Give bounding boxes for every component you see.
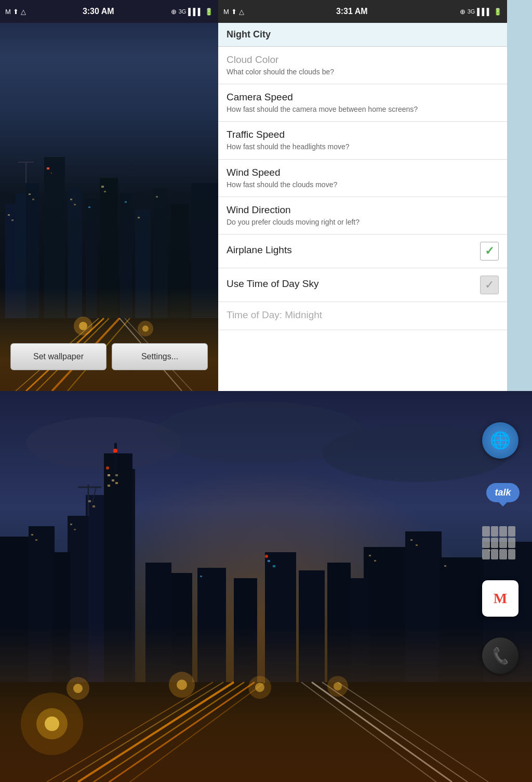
talk-bubble: talk <box>486 483 519 502</box>
use-time-sky-title: Use Time of Day Sky <box>227 278 480 290</box>
settings-list: Cloud Color What color should the clouds… <box>218 47 507 391</box>
wind-speed-title: Wind Speed <box>227 167 499 178</box>
set-wallpaper-button[interactable]: Set wallpaper <box>10 343 107 370</box>
key-cell <box>508 538 516 548</box>
key-cell <box>508 549 516 559</box>
svg-rect-80 <box>35 539 37 541</box>
keyboard-grid <box>482 526 515 559</box>
key-cell <box>491 526 499 537</box>
svg-point-92 <box>265 555 268 558</box>
right-status-bar: M ⬆ △ 3:31 AM ⊕ 3G ▌▌▌ 🔋 <box>218 0 507 23</box>
svg-rect-78 <box>74 529 76 530</box>
svg-rect-84 <box>416 544 418 546</box>
setting-wind-speed-content: Wind Speed How fast should the clouds mo… <box>227 167 499 189</box>
svg-rect-79 <box>31 534 33 536</box>
left-signal-icons: ⊕ 3G ▌▌▌ 🔋 <box>171 8 213 16</box>
app-title: Night City <box>227 29 271 40</box>
svg-rect-15 <box>8 214 10 216</box>
checkmark-unchecked-icon: ✓ <box>485 278 494 292</box>
left-status-time: 3:30 AM <box>83 7 114 16</box>
setting-wind-direction[interactable]: Wind Direction Do you prefer clouds movi… <box>218 197 507 234</box>
3g-icon-r: 3G <box>468 8 475 15</box>
svg-rect-77 <box>70 524 72 525</box>
dock-icons-panel: 🌐 talk <box>482 422 524 674</box>
setting-time-of-day-content: Time of Day: Midnight <box>227 309 499 322</box>
airplane-lights-title: Airplane Lights <box>227 244 480 256</box>
setting-airplane-lights-content: Airplane Lights <box>227 244 480 257</box>
checkmark-checked-icon: ✓ <box>485 244 494 258</box>
svg-rect-89 <box>200 576 202 577</box>
key-cell <box>491 538 499 548</box>
airplane-lights-checkbox[interactable]: ✓ <box>480 242 499 260</box>
svg-rect-17 <box>29 193 31 195</box>
svg-rect-88 <box>273 565 275 567</box>
bottom-city-background <box>0 391 532 782</box>
setting-camera-speed[interactable]: Camera Speed How fast should the camera … <box>218 84 507 122</box>
svg-rect-71 <box>112 479 114 481</box>
setting-traffic-speed-content: Traffic Speed How fast should the headli… <box>227 129 499 151</box>
keyboard-icon[interactable] <box>482 526 515 559</box>
svg-rect-23 <box>104 191 106 192</box>
setting-traffic-speed[interactable]: Traffic Speed How fast should the headli… <box>218 122 507 159</box>
wind-speed-subtitle: How fast should the clouds move? <box>227 180 499 189</box>
globe-symbol: 🌐 <box>490 431 511 450</box>
app-title-bar: Night City <box>218 23 507 47</box>
sync-icon-r: △ <box>239 8 244 16</box>
key-cell <box>499 549 507 559</box>
browser-icon[interactable]: 🌐 <box>482 422 518 459</box>
wind-direction-subtitle: Do you prefer clouds moving right or lef… <box>227 217 499 227</box>
svg-rect-27 <box>125 201 127 203</box>
top-section: M ⬆ △ 3:30 AM ⊕ 3G ▌▌▌ 🔋 <box>0 0 532 391</box>
settings-button[interactable]: Settings... <box>112 343 208 370</box>
signal-icon: ⊕ <box>171 8 177 16</box>
right-phone-panel: M ⬆ △ 3:31 AM ⊕ 3G ▌▌▌ 🔋 Night City Clou… <box>218 0 507 391</box>
svg-rect-73 <box>115 474 118 476</box>
svg-rect-22 <box>101 186 104 188</box>
svg-rect-26 <box>88 206 90 208</box>
setting-use-time-of-day-sky[interactable]: Use Time of Day Sky ✓ <box>218 268 507 302</box>
usb-icon-r: ⬆ <box>231 8 237 16</box>
camera-speed-subtitle: How fast should the camera move between … <box>227 105 499 114</box>
setting-time-of-day[interactable]: Time of Day: Midnight <box>218 302 507 330</box>
gmail-icon[interactable]: M <box>482 580 518 617</box>
setting-wind-speed[interactable]: Wind Speed How fast should the clouds mo… <box>218 160 507 197</box>
svg-rect-20 <box>70 199 72 200</box>
traffic-speed-subtitle: How fast should the headlights move? <box>227 142 499 151</box>
use-time-sky-checkbox[interactable]: ✓ <box>480 276 499 294</box>
svg-point-90 <box>113 449 117 453</box>
usb-icon: ⬆ <box>13 8 19 16</box>
signal-icon-r: ⊕ <box>460 8 466 16</box>
bars-icon-r: ▌▌▌ <box>477 8 491 16</box>
setting-camera-speed-content: Camera Speed How fast should the camera … <box>227 92 499 114</box>
cloud-color-title: Cloud Color <box>227 54 499 66</box>
setting-cloud-color-content: Cloud Color What color should the clouds… <box>227 54 499 76</box>
bottom-homescreen: 🌐 talk <box>0 391 532 782</box>
svg-rect-16 <box>11 219 14 221</box>
svg-rect-75 <box>88 500 91 502</box>
camera-speed-title: Camera Speed <box>227 92 499 103</box>
right-status-icons: M ⬆ △ <box>223 8 244 16</box>
bars-icon: ▌▌▌ <box>188 8 203 16</box>
city-background <box>0 0 218 391</box>
talk-icon[interactable]: talk <box>482 479 524 505</box>
city-lights-overlay <box>0 287 218 391</box>
svg-point-46 <box>322 425 509 482</box>
wind-direction-title: Wind Direction <box>227 204 499 216</box>
svg-rect-83 <box>410 539 413 541</box>
svg-rect-21 <box>74 204 76 205</box>
mail-icon-r: M <box>223 8 229 16</box>
svg-rect-72 <box>108 485 110 487</box>
key-cell <box>508 526 516 537</box>
phone-icon[interactable]: 📞 <box>482 637 518 674</box>
setting-use-time-sky-content: Use Time of Day Sky <box>227 278 480 291</box>
battery-icon: 🔋 <box>205 8 213 16</box>
key-cell <box>482 549 490 559</box>
sync-icon: △ <box>21 8 26 16</box>
svg-rect-25 <box>156 196 158 198</box>
setting-cloud-color[interactable]: Cloud Color What color should the clouds… <box>218 47 507 84</box>
3g-icon: 3G <box>179 8 187 15</box>
svg-rect-76 <box>92 505 95 507</box>
svg-rect-51 <box>114 443 117 472</box>
left-status-bar: M ⬆ △ 3:30 AM ⊕ 3G ▌▌▌ 🔋 <box>0 0 218 23</box>
setting-airplane-lights[interactable]: Airplane Lights ✓ <box>218 234 507 268</box>
